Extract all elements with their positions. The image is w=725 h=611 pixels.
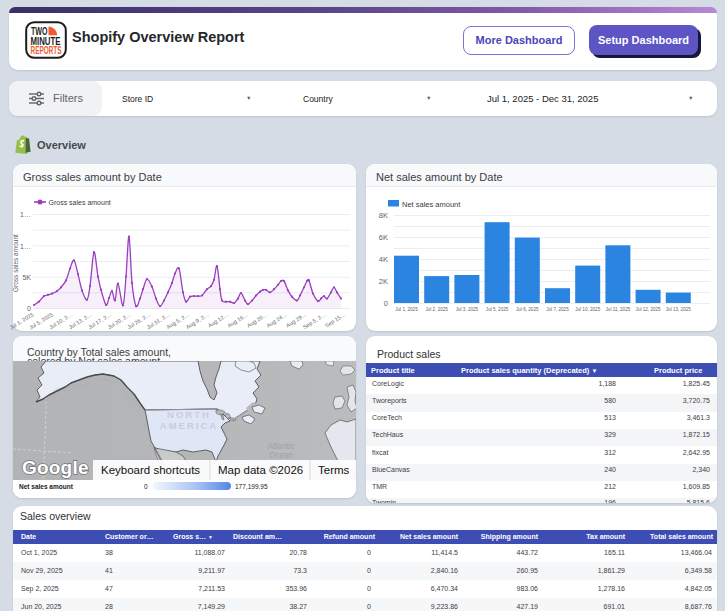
svg-text:Net sales amount: Net sales amount [402,200,461,209]
svg-text:REPORTS: REPORTS [31,45,62,56]
svg-text:Jul 6, 2025: Jul 6, 2025 [516,307,539,312]
svg-text:NORTH: NORTH [167,409,211,420]
svg-text:Jul 11, 2025: Jul 11, 2025 [606,307,631,312]
svg-text:Jul 13, 2025: Jul 13, 2025 [666,307,691,312]
svg-text:AMERICA: AMERICA [160,420,218,431]
svg-text:Gross sales amount: Gross sales amount [12,234,19,292]
svg-text:0: 0 [384,299,388,308]
svg-text:Terms: Terms [318,464,350,476]
svg-text:2K: 2K [379,277,388,286]
svg-text:Jul 7, 2025: Jul 7, 2025 [546,307,569,312]
svg-text:Google: Google [22,457,89,478]
svg-text:5K: 5K [22,274,31,281]
svg-text:6K: 6K [379,233,388,242]
svg-text:Aug 16…: Aug 16… [226,311,249,328]
svg-text:Jul 2, 2025: Jul 2, 2025 [425,307,448,312]
svg-text:1…: 1… [20,243,31,250]
svg-text:4K: 4K [379,255,388,264]
svg-text:Atlantic: Atlantic [268,442,295,451]
svg-text:Jul 10, 2025: Jul 10, 2025 [575,307,600,312]
svg-text:Aug 12…: Aug 12… [207,311,230,328]
svg-text:Sep 15…: Sep 15… [324,311,347,328]
svg-text:Jul 1, 2025: Jul 1, 2025 [395,307,418,312]
svg-text:1…: 1… [20,211,31,218]
svg-text:Map data ©2026: Map data ©2026 [218,464,303,476]
svg-text:Ocean: Ocean [269,451,294,460]
svg-text:Aug 24…: Aug 24… [265,311,288,328]
svg-text:8K: 8K [379,211,388,220]
svg-text:Jul 12, 2025: Jul 12, 2025 [636,307,661,312]
svg-text:Jul 3, 2025: Jul 3, 2025 [456,307,479,312]
svg-text:Jul 5, 2025: Jul 5, 2025 [486,307,509,312]
svg-text:Gross sales amount: Gross sales amount [49,199,111,206]
svg-text:Aug 20…: Aug 20… [246,311,269,328]
svg-text:Keyboard shortcuts: Keyboard shortcuts [101,464,200,476]
